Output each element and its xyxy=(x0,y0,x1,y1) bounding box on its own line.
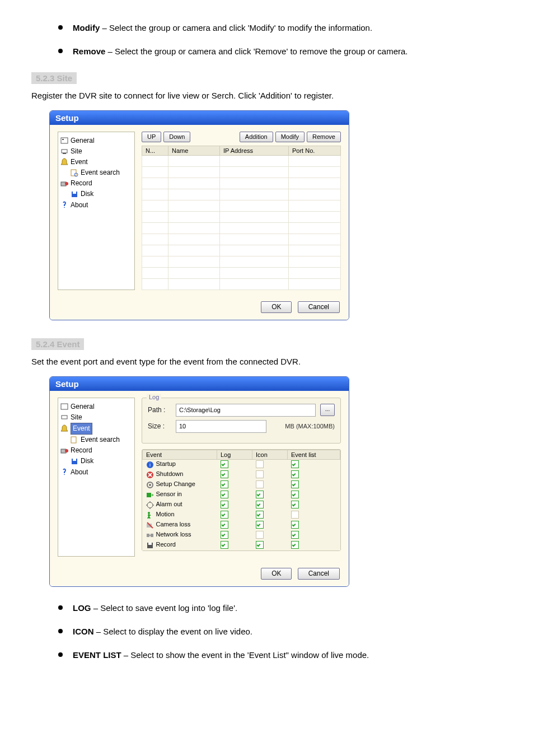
cell-list xyxy=(288,490,340,500)
cell-log xyxy=(217,500,252,510)
col-ip[interactable]: IP Address xyxy=(220,146,289,155)
table-row[interactable] xyxy=(142,178,341,189)
cell-list xyxy=(288,530,340,540)
checkbox[interactable] xyxy=(256,460,264,468)
setup-dialog-site: Setup General Site Event Event search Re… xyxy=(49,110,349,320)
checkbox[interactable] xyxy=(221,511,228,519)
event-bullet-list: LOG – Select to save event log into 'log… xyxy=(58,603,503,661)
event-name: Camera loss xyxy=(143,520,217,530)
browse-button[interactable]: ... xyxy=(320,404,335,416)
section-text-event: Set the event port and event type for th… xyxy=(31,357,503,366)
checkbox[interactable] xyxy=(221,541,228,549)
nav-tree[interactable]: General Site Event Event search Record D… xyxy=(58,132,135,290)
event-name: Record xyxy=(143,540,217,550)
checkbox[interactable] xyxy=(221,480,228,488)
table-row[interactable] xyxy=(142,200,341,211)
remove-button[interactable]: Remove xyxy=(307,132,341,142)
col-log[interactable]: Log xyxy=(217,450,252,459)
checkbox[interactable] xyxy=(221,501,228,508)
col-eventlist[interactable]: Event list xyxy=(288,450,340,459)
checkbox[interactable] xyxy=(291,531,299,539)
path-input[interactable]: C:\Storage\Log xyxy=(176,404,316,417)
tree-disk[interactable]: Disk xyxy=(71,456,132,466)
checkbox[interactable] xyxy=(256,491,264,498)
tree-general[interactable]: General xyxy=(60,136,132,146)
tree-about[interactable]: About xyxy=(60,200,132,211)
col-port[interactable]: Port No. xyxy=(289,146,341,155)
ok-button[interactable]: OK xyxy=(261,301,292,313)
checkbox[interactable] xyxy=(221,531,228,539)
cell-list xyxy=(288,510,340,520)
checkbox[interactable] xyxy=(256,531,264,539)
table-row[interactable] xyxy=(142,155,341,166)
checkbox[interactable] xyxy=(291,470,299,478)
checkbox[interactable] xyxy=(291,501,299,508)
path-label: Path : xyxy=(148,406,171,414)
general-icon xyxy=(60,137,68,144)
ok-button[interactable]: OK xyxy=(261,568,292,580)
checkbox[interactable] xyxy=(221,521,228,529)
tree-record[interactable]: Record xyxy=(60,178,132,189)
addition-button[interactable]: Addition xyxy=(240,132,273,142)
event-name: Network loss xyxy=(143,530,217,540)
tree-about[interactable]: About xyxy=(60,467,132,478)
event-table: Event Log Icon Event list iStartupShutdo… xyxy=(142,450,340,550)
checkbox[interactable] xyxy=(256,541,264,549)
tree-event-search[interactable]: Event search xyxy=(71,167,132,178)
checkbox[interactable] xyxy=(291,511,299,519)
table-row[interactable] xyxy=(142,256,341,267)
cell-icon xyxy=(252,530,288,540)
record-icon xyxy=(60,180,68,188)
tree-event-search[interactable]: Event search xyxy=(71,435,132,445)
cell-log xyxy=(217,530,252,540)
tree-event[interactable]: Event xyxy=(60,423,132,435)
nav-tree[interactable]: General Site Event Event search Record D… xyxy=(58,398,135,557)
table-row[interactable] xyxy=(142,267,341,278)
checkbox[interactable] xyxy=(291,460,299,468)
cancel-button[interactable]: Cancel xyxy=(298,568,340,580)
cancel-button[interactable]: Cancel xyxy=(298,301,340,313)
tree-disk[interactable]: Disk xyxy=(71,189,132,199)
down-button[interactable]: Down xyxy=(163,132,190,142)
tree-event[interactable]: Event xyxy=(60,157,132,167)
tree-site[interactable]: Site xyxy=(60,412,132,423)
table-row[interactable] xyxy=(142,222,341,234)
up-button[interactable]: UP xyxy=(142,132,161,142)
checkbox[interactable] xyxy=(221,470,228,478)
setupchange-icon xyxy=(146,481,154,489)
table-row[interactable] xyxy=(142,278,341,290)
event-name: iStartup xyxy=(143,459,217,470)
table-row[interactable] xyxy=(142,189,341,200)
svg-point-24 xyxy=(148,512,150,514)
table-row[interactable] xyxy=(142,245,341,256)
event-row: Camera loss xyxy=(143,520,340,530)
checkbox[interactable] xyxy=(291,521,299,529)
table-row[interactable] xyxy=(142,166,341,178)
checkbox[interactable] xyxy=(256,521,264,529)
modify-button[interactable]: Modify xyxy=(275,132,305,142)
checkbox[interactable] xyxy=(221,491,228,498)
checkbox[interactable] xyxy=(256,480,264,488)
col-event[interactable]: Event xyxy=(143,450,217,459)
table-row[interactable] xyxy=(142,211,341,222)
event-name: Motion xyxy=(143,510,217,520)
checkbox[interactable] xyxy=(291,480,299,488)
tree-general[interactable]: General xyxy=(60,402,132,412)
checkbox[interactable] xyxy=(291,541,299,549)
alarmout-icon xyxy=(146,501,154,509)
col-icon[interactable]: Icon xyxy=(252,450,288,459)
col-no[interactable]: N... xyxy=(142,146,168,155)
table-row[interactable] xyxy=(142,234,341,245)
site-table[interactable]: N... Name IP Address Port No. xyxy=(142,146,341,290)
checkbox[interactable] xyxy=(256,501,264,508)
tree-site[interactable]: Site xyxy=(60,146,132,157)
col-name[interactable]: Name xyxy=(168,146,220,155)
checkbox[interactable] xyxy=(256,470,264,478)
tree-record[interactable]: Record xyxy=(60,445,132,456)
checkbox[interactable] xyxy=(221,460,228,468)
event-row: iStartup xyxy=(143,459,340,470)
checkbox[interactable] xyxy=(291,491,299,498)
size-input[interactable]: 10 xyxy=(176,420,266,433)
site-icon xyxy=(60,413,68,421)
checkbox[interactable] xyxy=(256,511,264,519)
